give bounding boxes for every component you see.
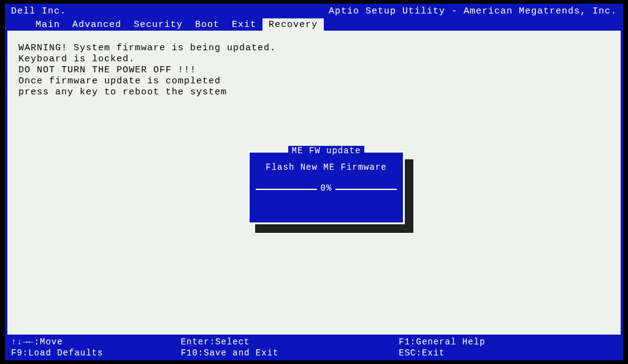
firmware-update-dialog: ME FW update Flash New ME Firmware 0%: [248, 151, 405, 224]
warning-line-4: Once firmware update is completed: [18, 76, 610, 87]
footer-hint-load-defaults: F9:Load Defaults: [11, 348, 181, 359]
menu-item-recovery[interactable]: Recovery: [262, 18, 324, 31]
menu-item-main[interactable]: Main: [29, 18, 66, 31]
menu-bar: Main Advanced Security Boot Exit Recover…: [11, 18, 617, 31]
utility-title: Aptio Setup Utility - American Megatrend…: [329, 6, 617, 17]
progress-bar: 0%: [250, 183, 403, 195]
menu-item-boot[interactable]: Boot: [189, 18, 226, 31]
footer-hint-select: Enter:Select: [181, 337, 399, 348]
progress-bar-fill: [250, 195, 403, 208]
dialog-body: Flash New ME Firmware: [250, 156, 403, 177]
progress-percent: 0%: [317, 183, 336, 193]
footer-hint-move: ↑↓→←:Move: [11, 337, 181, 348]
warning-line-2: Keyboard is locked.: [18, 54, 610, 65]
warning-line-5: press any key to reboot the system: [18, 87, 610, 98]
header: Dell Inc. Aptio Setup Utility - American…: [5, 4, 623, 31]
footer: ↑↓→←:Move F9:Load Defaults Enter:Select …: [5, 335, 623, 360]
dialog-title: ME FW update: [288, 146, 365, 156]
warning-line-1: WARNING! System firmware is being update…: [18, 43, 610, 54]
menu-item-advanced[interactable]: Advanced: [66, 18, 128, 31]
footer-hint-save-exit: F10:Save and Exit: [181, 348, 399, 359]
warning-line-3: DO NOT TURN THE POWER OFF !!!: [18, 65, 610, 76]
menu-item-exit[interactable]: Exit: [226, 18, 262, 31]
footer-hint-esc-exit: ESC:Exit: [399, 348, 617, 359]
menu-item-security[interactable]: Security: [128, 18, 189, 31]
bios-screen: Dell Inc. Aptio Setup Utility - American…: [5, 4, 623, 360]
footer-hint-general-help: F1:General Help: [399, 337, 617, 348]
brand-label: Dell Inc.: [11, 6, 66, 17]
